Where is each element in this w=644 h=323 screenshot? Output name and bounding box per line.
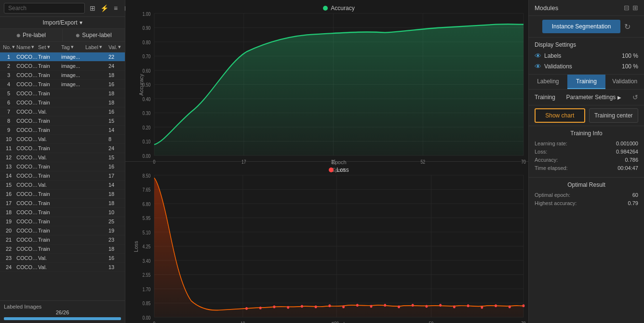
table-row[interactable]: 2 COCO_v... Train image... 24 [0, 62, 125, 71]
cell-set: Train [38, 127, 61, 133]
search-input[interactable] [4, 3, 85, 13]
svg-point-57 [356, 304, 359, 307]
import-export-bar[interactable]: Import/Export ▾ [0, 17, 125, 29]
modules-header: Modules ⊟ ⊞ [529, 0, 644, 16]
list-icon[interactable]: ≡ [111, 3, 121, 13]
table-row[interactable]: 16 COCO_v... Train 18 [0, 190, 125, 199]
cell-no: 3 [0, 72, 14, 78]
cell-set: Train [38, 246, 61, 252]
table-row[interactable]: 14 COCO_v... Train 17 [0, 171, 125, 181]
pre-label-button[interactable]: ⊕ Pre-label [0, 29, 63, 41]
col-header-set[interactable]: Set ▾ [38, 44, 61, 50]
svg-point-61 [412, 304, 414, 307]
image-icon[interactable]: ⊞ [88, 3, 97, 13]
svg-text:59: 59 [429, 321, 434, 323]
show-chart-button[interactable]: Show chart [535, 108, 585, 123]
cell-val: 25 [108, 219, 125, 224]
bottom-bar: Labeled Images 26/26 [0, 300, 125, 323]
col-header-no[interactable]: No. ▾ [0, 44, 14, 50]
cell-set: Train [38, 219, 61, 224]
cell-no: 17 [0, 200, 14, 206]
left-panel: ⊞ ⚡ ≡ ⊟ Import/Export ▾ ⊕ Pre-label ⊕ Su… [0, 0, 125, 323]
tab-training[interactable]: Training [567, 75, 606, 89]
cell-val: 23 [108, 237, 125, 243]
tab-validation[interactable]: Validation [605, 75, 644, 89]
param-settings[interactable]: Parameter Settings ▶ [566, 94, 622, 101]
svg-text:0.00: 0.00 [143, 153, 151, 159]
table-row[interactable]: 4 COCO_v... Train image... 16 [0, 80, 125, 89]
undo-icon[interactable]: ↺ [632, 93, 638, 101]
col-header-val[interactable]: Val. ▾ [108, 44, 125, 50]
cell-name: COCO_v... [14, 191, 38, 197]
svg-text:0.60: 0.60 [143, 68, 151, 74]
cell-set: Train [38, 90, 61, 96]
super-label-button[interactable]: ⊕ Super-label [63, 29, 125, 41]
refresh-icon[interactable]: ↻ [624, 22, 631, 31]
cell-set: Train [38, 145, 61, 151]
cell-val: 24 [108, 145, 125, 151]
table-row[interactable]: 6 COCO_v... Train 18 [0, 98, 125, 107]
svg-text:2.55: 2.55 [143, 272, 151, 278]
table-header: No. ▾ Name ▾ Set ▾ Tag ▾ Label ▾ Val. ▾ [0, 42, 125, 52]
svg-text:1.70: 1.70 [143, 286, 151, 292]
table-row[interactable]: 18 COCO_v... Train 10 [0, 208, 125, 217]
tab-labeling[interactable]: Labeling [529, 75, 567, 89]
table-row[interactable]: 13 COCO_v... Train 16 [0, 162, 125, 171]
table-row[interactable]: 20 COCO_v... Train 19 [0, 226, 125, 235]
cell-name: COCO_v... [14, 81, 38, 87]
header-icons: ⊟ ⊞ [624, 4, 638, 12]
cell-val: 10 [108, 209, 125, 215]
cell-name: COCO_v... [14, 155, 38, 160]
display-settings: Display Settings 👁 Labels 100 % 👁 Valida… [529, 38, 644, 75]
instance-seg-row: Instance Segmentation ↻ [529, 16, 644, 38]
svg-point-54 [315, 306, 317, 309]
table-row[interactable]: 17 COCO_v... Train 18 [0, 199, 125, 208]
col-header-name[interactable]: Name ▾ [14, 44, 38, 50]
col-header-tag[interactable]: Tag ▾ [61, 44, 85, 50]
loss-chart-title: Loss [154, 167, 523, 173]
table-row[interactable]: 5 COCO_v... Train 18 [0, 89, 125, 98]
svg-text:0: 0 [153, 321, 156, 323]
table-row[interactable]: 9 COCO_v... Train 14 [0, 126, 125, 135]
cell-set: Train [38, 81, 61, 87]
table-row[interactable]: 12 COCO_v... Val. 15 [0, 153, 125, 162]
table-row[interactable]: 1 COCO_v... Train image... 22 [0, 52, 125, 62]
table-row[interactable]: 7 COCO_v... Val. 16 [0, 107, 125, 116]
table-row[interactable]: 3 COCO_v... Train image... 18 [0, 71, 125, 80]
table-row[interactable]: 11 COCO_v... Train 24 [0, 144, 125, 153]
svg-text:79: 79 [521, 321, 526, 323]
table-row[interactable]: 24 COCO_v... Val. 13 [0, 263, 125, 272]
table-row[interactable]: 19 COCO_v... Train 25 [0, 217, 125, 226]
filter-icon[interactable]: ⚡ [99, 3, 109, 13]
table-row[interactable]: 15 COCO_v... Val. 14 [0, 181, 125, 190]
cell-val: 18 [108, 100, 125, 105]
cell-val: 16 [108, 81, 125, 87]
maximize-icon[interactable]: ⊞ [632, 4, 638, 12]
training-center-button[interactable]: Training center [589, 108, 639, 123]
cell-name: COCO_v... [14, 209, 38, 215]
cell-name: COCO_v... [14, 54, 38, 60]
validations-eye-icon[interactable]: 👁 [535, 63, 541, 70]
loss-row: Loss: 0.984264 [535, 149, 638, 155]
learning-rate-label: Learning rate: [535, 141, 567, 146]
svg-point-67 [495, 304, 497, 307]
labels-eye-icon[interactable]: 👁 [535, 52, 541, 60]
instance-seg-button[interactable]: Instance Segmentation [542, 20, 621, 33]
col-header-label[interactable]: Label ▾ [85, 44, 108, 50]
cell-name: COCO_v... [14, 72, 38, 78]
svg-point-59 [384, 304, 386, 307]
table-row[interactable]: 21 COCO_v... Train 23 [0, 235, 125, 245]
table-row[interactable]: 8 COCO_v... Train 15 [0, 116, 125, 126]
table-row[interactable]: 23 COCO_v... Val. 16 [0, 254, 125, 263]
svg-point-62 [426, 305, 428, 308]
table-row[interactable]: 22 COCO_v... Train 18 [0, 245, 125, 254]
cell-name: COCO_v... [14, 173, 38, 179]
table-row[interactable]: 10 COCO_v... Val. 8 [0, 135, 125, 144]
svg-point-51 [273, 306, 276, 309]
minimize-icon[interactable]: ⊟ [624, 4, 630, 12]
cell-no: 10 [0, 136, 14, 142]
svg-text:8.50: 8.50 [143, 173, 151, 179]
svg-point-55 [328, 304, 331, 307]
cell-val: 14 [108, 182, 125, 188]
cell-name: COCO_v... [14, 264, 38, 270]
